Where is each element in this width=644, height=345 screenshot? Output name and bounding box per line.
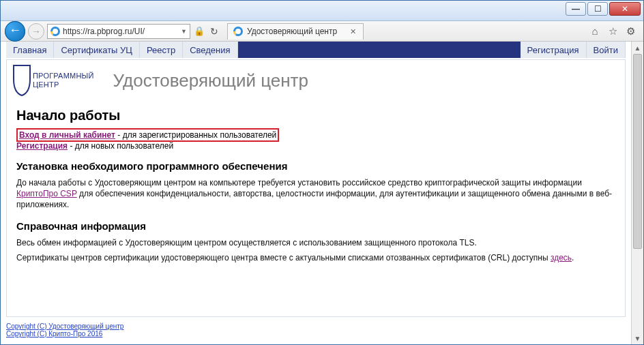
register-suffix: - для новых пользователей <box>68 141 173 151</box>
nav-login[interactable]: Войти <box>587 42 626 58</box>
nav-home[interactable]: Главная <box>6 42 54 58</box>
nav-certificates[interactable]: Сертификаты УЦ <box>54 42 139 58</box>
heading-reference: Справочная информация <box>7 220 625 232</box>
lock-icon[interactable]: 🔒 <box>193 25 205 38</box>
login-suffix: - для зарегистрированных пользователей <box>115 130 276 140</box>
install-para: До начала работы с Удостоверяющим центро… <box>7 177 625 211</box>
favorites-icon[interactable]: ☆ <box>606 25 619 38</box>
heading-install: Установка необходимого программного обес… <box>7 160 625 172</box>
footer-link-uc[interactable]: Copyright (C) Удостоверяющий центр <box>6 322 123 330</box>
refresh-button[interactable]: ↻ <box>208 25 220 38</box>
tab-close-button[interactable]: ✕ <box>349 27 357 36</box>
ref2-post: . <box>572 253 574 262</box>
scroll-thumb[interactable] <box>633 54 642 249</box>
ref-para-1: Весь обмен информацией с Удостоверяющим … <box>7 237 625 248</box>
footer-link-cryptopro[interactable]: Copyright (C) Крипто-Про 2016 <box>6 330 123 338</box>
address-text: https://ra.pbprog.ru/UI/ <box>63 27 178 36</box>
tools-icon[interactable]: ⚙ <box>624 25 636 38</box>
forward-button[interactable]: → <box>28 23 44 40</box>
tab-title: Удостоверяющий центр <box>247 27 345 36</box>
window-titlebar: — ☐ ✕ <box>1 1 643 21</box>
vertical-scrollbar[interactable]: ▲ ▼ <box>631 42 643 344</box>
heading-start: Начало работы <box>7 108 625 123</box>
browser-toolbar: ← → https://ra.pbprog.ru/UI/ ▼ 🔒 ↻ Удост… <box>1 21 643 42</box>
install-post: для обеспечения конфиденциальности, авто… <box>16 189 612 209</box>
brand-line2: ЦЕНТР <box>33 80 94 89</box>
ref-para-2: Сертификаты центров сертификации удостов… <box>7 252 625 263</box>
window-minimize-button[interactable]: — <box>566 2 586 16</box>
page-content: Главная Сертификаты УЦ Реестр Сведения Р… <box>1 42 631 344</box>
logo-text: ПРОГРАММНЫЙ ЦЕНТР <box>33 72 94 89</box>
register-line: Регистрация - для новых пользователей <box>7 141 625 151</box>
install-pre: До начала работы с Удостоверяющим центро… <box>16 178 582 188</box>
ref2-pre: Сертификаты центров сертификации удостов… <box>16 253 551 262</box>
brand-line1: ПРОГРАММНЫЙ <box>33 72 94 80</box>
scroll-up-button[interactable]: ▲ <box>632 42 643 54</box>
nav-registration[interactable]: Регистрация <box>521 42 587 58</box>
site-nav: Главная Сертификаты УЦ Реестр Сведения Р… <box>6 42 626 58</box>
home-icon[interactable]: ⌂ <box>589 25 601 38</box>
content-box: ПРОГРАММНЫЙ ЦЕНТР Удостоверяющий центр Н… <box>6 59 626 317</box>
cryptopro-link[interactable]: КриптоПро CSP <box>16 189 77 198</box>
window-close-button[interactable]: ✕ <box>609 2 641 16</box>
logo-shield-icon <box>12 64 31 97</box>
scroll-down-button[interactable]: ▼ <box>632 332 643 344</box>
ie-icon <box>50 27 60 36</box>
browser-tab[interactable]: Удостоверяющий центр ✕ <box>227 23 364 40</box>
tab-favicon-icon <box>233 27 243 36</box>
login-link[interactable]: Вход в личный кабинет <box>19 130 115 140</box>
window-maximize-button[interactable]: ☐ <box>587 2 608 16</box>
scroll-track[interactable] <box>632 54 643 332</box>
login-line: Вход в личный кабинет - для зарегистриро… <box>7 130 625 140</box>
register-link[interactable]: Регистрация <box>16 141 68 151</box>
address-dropdown-icon[interactable]: ▼ <box>181 28 187 35</box>
page-title: Удостоверяющий центр <box>113 70 308 91</box>
nav-info[interactable]: Сведения <box>183 42 237 58</box>
nav-registry[interactable]: Реестр <box>140 42 183 58</box>
address-bar[interactable]: https://ra.pbprog.ru/UI/ ▼ <box>47 24 190 39</box>
crl-here-link[interactable]: здесь <box>551 253 572 262</box>
footer: Copyright (C) Удостоверяющий центр Copyr… <box>6 322 123 338</box>
browser-window: — ☐ ✕ ← → https://ra.pbprog.ru/UI/ ▼ 🔒 ↻… <box>0 0 644 345</box>
back-button[interactable]: ← <box>5 21 25 42</box>
